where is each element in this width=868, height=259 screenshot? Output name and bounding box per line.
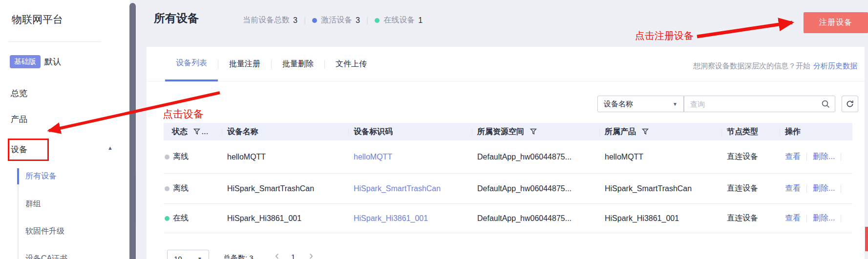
page-title: 所有设备 (154, 11, 199, 26)
status-text: 离线 (173, 152, 189, 162)
view-link[interactable]: 查看 (785, 152, 801, 162)
search-input[interactable] (684, 100, 822, 108)
node-type: 直连设备 (727, 183, 785, 194)
total-count: 总条数: 3 (223, 254, 254, 259)
table-row: 在线 HiSpark_Hi3861_001 HiSpark_Hi3861_001… (164, 204, 852, 233)
sidebar-item-device-ca-cert[interactable]: 设备CA证书 (25, 254, 67, 259)
refresh-icon (846, 100, 854, 108)
column-device-id: 设备标识码 (354, 127, 477, 137)
insight-hint: 想洞察设备数据深层次的信息？开始分析历史数据 (693, 61, 857, 71)
column-device-name: 设备名称 (227, 127, 354, 137)
insight-text: 想洞察设备数据深层次的信息？开始 (693, 61, 810, 70)
stat-total-label: 当前设备总数 (243, 15, 290, 25)
tab-batch-delete[interactable]: 批量删除 (272, 47, 324, 81)
sidebar-divider (8, 41, 101, 42)
filter-field-value: 设备名称 (604, 100, 633, 109)
device-id-link[interactable]: HiSpark_Hi3861_001 (354, 214, 428, 222)
filter-funnel-icon[interactable] (193, 128, 201, 135)
tab-batch-register[interactable]: 批量注册 (218, 47, 271, 81)
stat-separator: | (304, 16, 306, 25)
node-type: 直连设备 (727, 213, 785, 223)
node-type: 直连设备 (727, 152, 785, 162)
filter-funnel-icon[interactable] (642, 128, 649, 135)
chevron-down-icon: ▼ (673, 101, 677, 107)
search-box (684, 96, 835, 112)
sidebar-item-groups[interactable]: 群组 (25, 199, 41, 209)
red-edge-marker (865, 227, 868, 251)
action-divider (841, 215, 841, 222)
device-name: helloMQTT (227, 153, 354, 161)
action-divider (806, 185, 807, 193)
resource-space: DefaultApp_hw06044875... (477, 153, 605, 161)
search-icon[interactable] (822, 100, 830, 108)
device-id-link[interactable]: HiSpark_SmartTrashCan (354, 184, 441, 193)
status-text: 离线 (173, 183, 189, 194)
tab-device-list[interactable]: 设备列表 (165, 47, 218, 81)
action-divider (841, 153, 841, 161)
sidebar-item-devices[interactable]: 设备 (11, 144, 27, 155)
active-item-bar (17, 168, 19, 184)
stat-activated-label: 激活设备 (321, 15, 352, 25)
sidebar-item-overview[interactable]: 总览 (11, 88, 27, 99)
current-page[interactable]: 1 (291, 253, 295, 259)
app-title: 物联网平台 (12, 13, 63, 26)
version-badge: 基础版 (10, 55, 41, 68)
table-row: 离线 HiSpark_SmartTrashCan HiSpark_SmartTr… (164, 174, 852, 204)
register-device-button[interactable]: 注册设备 (804, 12, 868, 33)
device-list-card: 设备列表 批量注册 批量删除 文件上传 想洞察设备数据深层次的信息？开始分析历史… (147, 47, 865, 259)
prev-page-icon[interactable]: ‹ (275, 249, 279, 259)
instance-name: 默认 (44, 56, 61, 67)
device-id-link[interactable]: helloMQTT (354, 153, 392, 161)
page-size-select[interactable]: 10 ▼ (167, 250, 209, 259)
product-name: helloMQTT (605, 153, 727, 161)
tabs: 设备列表 批量注册 批量删除 文件上传 (165, 47, 378, 81)
stat-separator: | (366, 16, 368, 25)
status-dot (165, 155, 169, 159)
sidebar-item-products[interactable]: 产品 (11, 114, 27, 125)
table-header: 状态 ... 设备名称 设备标识码 所属资源空间 所属产品 (164, 123, 852, 140)
chevron-down-icon: ▼ (197, 256, 202, 259)
column-status: 状态 ... (172, 127, 227, 137)
device-name: HiSpark_SmartTrashCan (227, 184, 354, 193)
next-page-icon[interactable]: › (309, 249, 313, 259)
device-stats: 当前设备总数 3 | 激活设备 3 | 在线设备 1 (243, 15, 423, 25)
action-divider (806, 153, 807, 161)
sidebar-scrollbar[interactable] (129, 3, 136, 259)
column-product: 所属产品 (605, 127, 727, 137)
table-row: 离线 helloMQTT helloMQTT DefaultApp_hw0604… (164, 140, 852, 174)
column-node-type: 节点类型 (727, 127, 785, 137)
view-link[interactable]: 查看 (785, 183, 801, 194)
filter-funnel-icon[interactable] (530, 128, 537, 135)
delete-link[interactable]: 删除... (813, 183, 835, 194)
main-content: 所有设备 当前设备总数 3 | 激活设备 3 | 在线设备 1 注册设备 设备列… (136, 0, 868, 259)
product-name: HiSpark_Hi3861_001 (605, 214, 727, 223)
filter-active-suffix: ... (202, 128, 209, 136)
refresh-button[interactable] (842, 96, 858, 112)
action-divider (841, 185, 841, 193)
instance-selector[interactable]: 基础版 默认 (10, 55, 61, 68)
stat-online-value: 1 (418, 16, 423, 25)
device-name: HiSpark_Hi3861_001 (227, 214, 354, 223)
status-dot (165, 186, 169, 191)
delete-link[interactable]: 删除... (813, 152, 835, 162)
analyze-history-link[interactable]: 分析历史数据 (813, 61, 857, 70)
stat-online-label: 在线设备 (383, 15, 415, 25)
view-link[interactable]: 查看 (785, 213, 801, 223)
page-size-value: 10 (174, 255, 182, 259)
stat-total-value: 3 (293, 16, 297, 25)
tab-file-upload[interactable]: 文件上传 (325, 47, 378, 81)
status-text: 在线 (173, 213, 189, 223)
resource-space: DefaultApp_hw06044875... (477, 214, 605, 223)
delete-link[interactable]: 删除... (813, 213, 835, 223)
filter-field-select[interactable]: 设备名称 ▼ (597, 96, 684, 112)
activated-dot-icon (312, 18, 317, 23)
column-actions: 操作 (785, 127, 852, 137)
sidebar-item-firmware-upgrade[interactable]: 软固件升级 (25, 226, 64, 237)
collapse-caret-icon[interactable]: ▲ (107, 145, 113, 151)
iot-platform-screen: 物联网平台 基础版 默认 总览 产品 设备 ▲ 所有设备 群组 软固件升级 设备… (0, 0, 868, 259)
status-dot (165, 216, 169, 221)
resource-space: DefaultApp_hw06044875... (477, 184, 605, 193)
stat-activated-value: 3 (356, 16, 360, 25)
product-name: HiSpark_SmartTrashCan (605, 184, 727, 193)
sidebar-item-all-devices[interactable]: 所有设备 (25, 171, 57, 181)
